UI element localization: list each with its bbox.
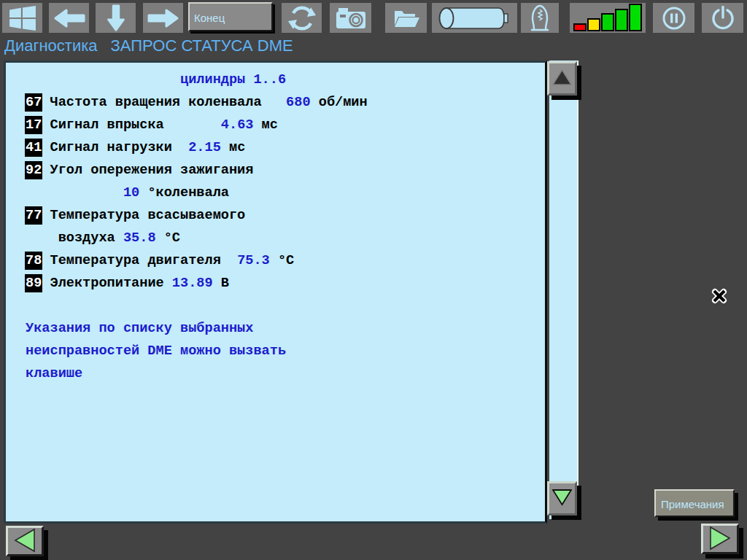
end-button-label: Конец bbox=[194, 12, 225, 24]
down-button[interactable] bbox=[96, 3, 136, 33]
report-line: 92 Угол опережения зажигания bbox=[26, 159, 545, 182]
value-text: 680 bbox=[286, 95, 310, 110]
cylinder-button[interactable] bbox=[432, 3, 517, 33]
signal-strength-button[interactable] bbox=[570, 3, 646, 33]
arrow-down-icon bbox=[106, 4, 126, 32]
label-text: об/мин bbox=[311, 95, 368, 110]
report-line: 77 Температура всасываемого bbox=[26, 204, 545, 227]
report-line: 41 Сигнал нагрузки 2.15 мс bbox=[26, 136, 545, 159]
arrow-left-icon bbox=[53, 8, 85, 28]
notes-button[interactable]: Примечания bbox=[654, 489, 735, 517]
value-text: 75.3 bbox=[237, 253, 270, 268]
label-text: мс bbox=[253, 117, 277, 133]
report-line: воздуха 35.8 °C bbox=[26, 227, 545, 249]
report-line: 10 °коленвала bbox=[26, 182, 545, 204]
scroll-up-button[interactable] bbox=[547, 61, 577, 96]
label-text: °коленвала bbox=[139, 185, 229, 201]
triangle-down-icon bbox=[552, 489, 572, 508]
param-number-badge: 67 bbox=[25, 93, 42, 112]
back-button[interactable] bbox=[49, 3, 89, 33]
report-lines: цилиндры 1..667 Частота вращения коленва… bbox=[6, 63, 545, 385]
value-text: клавише bbox=[26, 366, 82, 381]
param-number-badge: 41 bbox=[25, 139, 42, 157]
report-line: 17 Сигнал впрыска 4.63 мс bbox=[26, 114, 545, 136]
report-line bbox=[26, 295, 545, 317]
lamp-icon bbox=[530, 4, 550, 33]
pause-icon bbox=[661, 5, 687, 31]
report-line: неисправностей DME можно вызвать bbox=[26, 340, 545, 362]
menu-label: Диагностика bbox=[4, 36, 98, 55]
green-triangle-right-icon bbox=[708, 526, 732, 553]
report-area: цилиндры 1..667 Частота вращения коленва… bbox=[4, 61, 547, 524]
lamp-button[interactable] bbox=[521, 3, 559, 33]
scroll-down-button[interactable] bbox=[547, 481, 577, 516]
param-number-badge: 92 bbox=[25, 161, 42, 179]
value-text: 10 bbox=[123, 185, 139, 201]
value-text: 35.8 bbox=[123, 230, 156, 246]
scrollbar-track[interactable] bbox=[549, 61, 578, 519]
refresh-icon bbox=[287, 4, 317, 32]
value-text: Указания по списку выбранных bbox=[26, 321, 253, 336]
camera-icon bbox=[336, 7, 366, 30]
label-text: Сигнал впрыска bbox=[42, 117, 220, 133]
power-button[interactable] bbox=[702, 3, 743, 33]
label-text bbox=[26, 72, 180, 88]
value-text: цилиндры 1..6 bbox=[180, 72, 286, 88]
value-text: 4.63 bbox=[221, 117, 254, 133]
label-text: Частота вращения коленвала bbox=[42, 95, 286, 110]
label-text: °C bbox=[270, 253, 294, 268]
end-button[interactable]: Конец bbox=[188, 2, 273, 31]
notes-button-label: Примечания bbox=[661, 498, 724, 510]
page-title: ЗАПРОС СТАТУСА DME bbox=[111, 36, 293, 55]
windows-logo-icon bbox=[9, 5, 36, 31]
power-icon bbox=[710, 5, 736, 31]
label-text: °C bbox=[156, 230, 180, 246]
value-text: 13.89 bbox=[172, 276, 213, 291]
label-text: В bbox=[213, 276, 229, 291]
camera-button[interactable] bbox=[330, 3, 371, 33]
page-back-button[interactable] bbox=[6, 526, 44, 556]
windows-menu-button[interactable] bbox=[2, 3, 42, 33]
report-line: 89 Электропитание 13.89 В bbox=[26, 272, 545, 295]
cylinder-icon bbox=[437, 4, 513, 32]
diagnostic-app-window: Конец bbox=[0, 0, 747, 560]
label-text: Угол опережения зажигания bbox=[42, 163, 253, 178]
value-text: неисправностей DME можно вызвать bbox=[26, 343, 286, 359]
forward-button[interactable] bbox=[143, 3, 183, 33]
value-text: 2.15 bbox=[188, 140, 221, 155]
green-triangle-left-icon bbox=[13, 528, 36, 555]
report-line: клавише bbox=[26, 362, 545, 385]
page-forward-button[interactable] bbox=[701, 524, 739, 554]
triangle-up-icon bbox=[552, 69, 572, 88]
label-text: Температура двигателя bbox=[42, 253, 237, 268]
label-text bbox=[26, 185, 123, 201]
label-text: мс bbox=[221, 140, 245, 155]
refresh-button[interactable] bbox=[282, 3, 322, 33]
report-line: Указания по списку выбранных bbox=[26, 317, 545, 340]
pause-button[interactable] bbox=[653, 3, 694, 33]
open-file-button[interactable] bbox=[385, 3, 427, 33]
folder-open-icon bbox=[392, 7, 420, 29]
mouse-cursor-x bbox=[711, 287, 728, 308]
breadcrumb: ДиагностикаЗАПРОС СТАТУСА DME bbox=[4, 36, 293, 55]
param-number-badge: 17 bbox=[25, 116, 42, 134]
report-line: 78 Температура двигателя 75.3 °C bbox=[26, 249, 545, 272]
report-line: цилиндры 1..6 bbox=[26, 69, 545, 91]
report-line: 67 Частота вращения коленвала 680 об/мин bbox=[26, 91, 545, 114]
param-number-badge: 77 bbox=[25, 206, 42, 225]
param-number-badge: 78 bbox=[25, 252, 42, 270]
param-number-badge: 89 bbox=[25, 274, 42, 292]
label-text: Электропитание bbox=[42, 276, 172, 291]
arrow-right-icon bbox=[147, 8, 179, 28]
signal-bars-icon bbox=[573, 4, 643, 31]
label-text: воздуха bbox=[26, 230, 123, 246]
label-text: Температура всасываемого bbox=[42, 208, 245, 223]
label-text: Сигнал нагрузки bbox=[42, 140, 188, 155]
